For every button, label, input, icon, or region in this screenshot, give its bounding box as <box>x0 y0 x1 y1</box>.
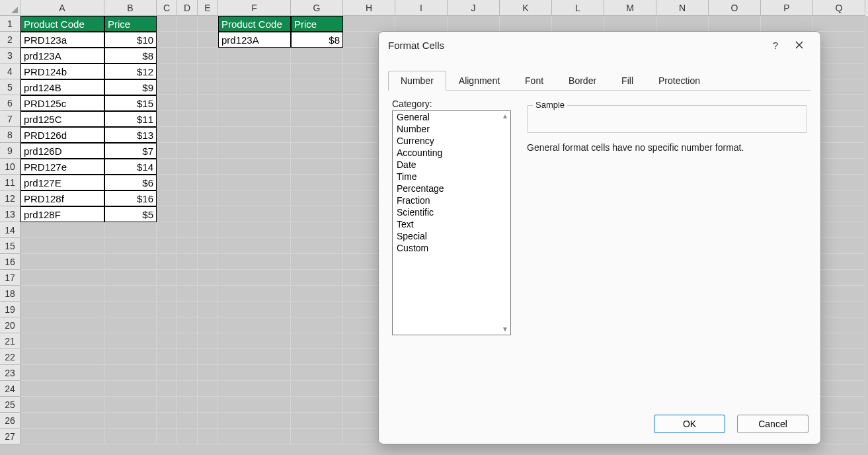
cell-A18[interactable] <box>20 286 104 302</box>
row-header-26[interactable]: 26 <box>0 413 20 429</box>
cell-B13[interactable]: $5 <box>104 206 157 222</box>
category-item-percentage[interactable]: Percentage <box>393 183 510 194</box>
cell-A1[interactable]: Product Code <box>20 16 104 32</box>
cell-A15[interactable] <box>20 238 104 254</box>
cell-E5[interactable] <box>198 79 218 95</box>
column-header-E[interactable]: E <box>198 0 218 16</box>
cell-K1[interactable] <box>500 16 552 32</box>
cell-D19[interactable] <box>177 302 198 317</box>
cell-C9[interactable] <box>157 143 177 159</box>
cell-F25[interactable] <box>218 397 291 413</box>
cell-F26[interactable] <box>218 413 291 429</box>
row-header-3[interactable]: 3 <box>0 48 20 63</box>
cell-A19[interactable] <box>20 302 104 317</box>
cell-G1[interactable]: Price <box>291 16 343 32</box>
cell-D2[interactable] <box>177 32 198 48</box>
cell-G13[interactable] <box>291 206 343 222</box>
cell-B15[interactable] <box>104 238 157 254</box>
tab-fill[interactable]: Fill <box>609 71 646 91</box>
row-header-22[interactable]: 22 <box>0 349 20 365</box>
cell-F19[interactable] <box>218 302 291 317</box>
cell-B10[interactable]: $14 <box>104 159 157 175</box>
cell-C18[interactable] <box>157 286 177 302</box>
cell-E6[interactable] <box>198 95 218 111</box>
column-header-I[interactable]: I <box>395 0 448 16</box>
cell-E26[interactable] <box>198 413 218 429</box>
cell-B23[interactable] <box>104 365 157 381</box>
cell-F20[interactable] <box>218 317 291 333</box>
cell-B26[interactable] <box>104 413 157 429</box>
cell-F7[interactable] <box>218 111 291 127</box>
cell-C6[interactable] <box>157 95 177 111</box>
cell-F4[interactable] <box>218 63 291 79</box>
cell-B3[interactable]: $8 <box>104 48 157 63</box>
cell-F2[interactable]: prd123A <box>218 32 291 48</box>
cell-A13[interactable]: prd128F <box>20 206 104 222</box>
category-item-text[interactable]: Text <box>393 218 510 230</box>
cell-D20[interactable] <box>177 317 198 333</box>
cell-B5[interactable]: $9 <box>104 79 157 95</box>
cell-G11[interactable] <box>291 175 343 190</box>
cell-F15[interactable] <box>218 238 291 254</box>
cell-E15[interactable] <box>198 238 218 254</box>
cell-B12[interactable]: $16 <box>104 190 157 206</box>
cell-A4[interactable]: PRD124b <box>20 63 104 79</box>
cell-G4[interactable] <box>291 63 343 79</box>
cell-A26[interactable] <box>20 413 104 429</box>
cell-E1[interactable] <box>198 16 218 32</box>
cell-G20[interactable] <box>291 317 343 333</box>
row-header-17[interactable]: 17 <box>0 270 20 286</box>
cell-D12[interactable] <box>177 190 198 206</box>
category-item-accounting[interactable]: Accounting <box>393 147 510 159</box>
cell-A22[interactable] <box>20 349 104 365</box>
cell-F5[interactable] <box>218 79 291 95</box>
cell-C2[interactable] <box>157 32 177 48</box>
row-header-27[interactable]: 27 <box>0 429 20 444</box>
row-header-20[interactable]: 20 <box>0 317 20 333</box>
category-item-fraction[interactable]: Fraction <box>393 194 510 206</box>
cell-E24[interactable] <box>198 381 218 397</box>
cell-C7[interactable] <box>157 111 177 127</box>
cell-E2[interactable] <box>198 32 218 48</box>
cell-F24[interactable] <box>218 381 291 397</box>
cell-E13[interactable] <box>198 206 218 222</box>
cell-B2[interactable]: $10 <box>104 32 157 48</box>
cell-G10[interactable] <box>291 159 343 175</box>
column-header-N[interactable]: N <box>656 0 709 16</box>
cell-G22[interactable] <box>291 349 343 365</box>
cell-F10[interactable] <box>218 159 291 175</box>
cell-B1[interactable]: Price <box>104 16 157 32</box>
cell-A25[interactable] <box>20 397 104 413</box>
cell-A7[interactable]: prd125C <box>20 111 104 127</box>
cell-G3[interactable] <box>291 48 343 63</box>
cell-A5[interactable]: prd124B <box>20 79 104 95</box>
cell-E19[interactable] <box>198 302 218 317</box>
cell-A27[interactable] <box>20 429 104 444</box>
row-header-6[interactable]: 6 <box>0 95 20 111</box>
cell-B24[interactable] <box>104 381 157 397</box>
cell-F22[interactable] <box>218 349 291 365</box>
column-header-M[interactable]: M <box>604 0 656 16</box>
dialog-titlebar[interactable]: Format Cells ? <box>379 32 820 58</box>
cell-D25[interactable] <box>177 397 198 413</box>
cell-B6[interactable]: $15 <box>104 95 157 111</box>
cell-F21[interactable] <box>218 333 291 349</box>
cell-H1[interactable] <box>343 16 395 32</box>
category-item-general[interactable]: General <box>393 111 510 123</box>
cell-D5[interactable] <box>177 79 198 95</box>
cell-C14[interactable] <box>157 222 177 238</box>
cell-F16[interactable] <box>218 254 291 270</box>
cell-D4[interactable] <box>177 63 198 79</box>
column-header-A[interactable]: A <box>20 0 104 16</box>
cell-B14[interactable] <box>104 222 157 238</box>
row-header-5[interactable]: 5 <box>0 79 20 95</box>
cell-A17[interactable] <box>20 270 104 286</box>
category-item-currency[interactable]: Currency <box>393 135 510 147</box>
cell-D9[interactable] <box>177 143 198 159</box>
scroll-up-icon[interactable]: ▲ <box>501 112 509 120</box>
cell-D21[interactable] <box>177 333 198 349</box>
cell-D6[interactable] <box>177 95 198 111</box>
category-item-scientific[interactable]: Scientific <box>393 206 510 218</box>
cell-P1[interactable] <box>761 16 813 32</box>
cell-G7[interactable] <box>291 111 343 127</box>
